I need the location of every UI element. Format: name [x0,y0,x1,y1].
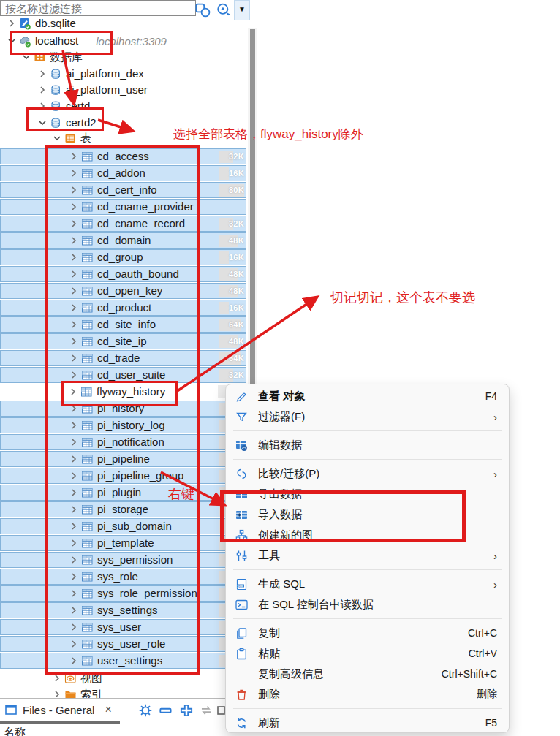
menu-edit-data[interactable]: <>编辑数据 [226,435,509,455]
chevron-collapsed-icon[interactable] [68,268,80,280]
chevron-collapsed-icon[interactable] [6,18,18,29]
chevron-collapsed-icon[interactable] [68,470,80,482]
menu-tools[interactable]: 工具› [226,545,509,566]
link-with-editor-icon[interactable] [198,702,214,718]
chevron-collapsed-icon[interactable] [68,201,80,213]
chevron-collapsed-icon[interactable] [37,68,48,80]
chevron-collapsed-icon[interactable] [68,487,80,498]
expand-all-icon[interactable] [178,702,194,718]
tree-row-cd_cname_record[interactable]: cd_cname_record32K [0,216,246,232]
tree-row-cd_trade[interactable]: cd_trade64K [0,350,246,366]
chevron-collapsed-icon[interactable] [51,672,63,684]
chevron-collapsed-icon[interactable] [68,520,80,532]
menu-copy-advanced[interactable]: 复制高级信息Ctrl+Shift+C [226,664,509,684]
menu-import-data[interactable]: 导入数据 [226,504,509,525]
chevron-collapsed-icon[interactable] [68,167,80,179]
tree-row-cd_open_key[interactable]: cd_open_key48K [0,283,246,299]
menu-generate-sql[interactable]: SQL生成 SQL› [226,574,509,594]
tree-row-pi_pipeline_group[interactable]: pi_pipeline_group [0,468,246,484]
tree-row-cd_cert_info[interactable]: cd_cert_info80K [0,182,246,198]
tree-row-cd_user_suite[interactable]: cd_user_suite32K [0,367,246,383]
chevron-collapsed-icon[interactable] [68,504,80,515]
tree-row-certd2[interactable]: certd2 [0,115,246,131]
partial-toolbar-icon[interactable] [216,702,225,718]
chevron-collapsed-icon[interactable] [68,184,80,196]
tree-row-sys_permission[interactable]: sys_permission [0,552,246,568]
link-object-icon[interactable] [194,1,212,19]
tree-row-sys_role[interactable]: sys_role [0,569,246,585]
menu-create-diagram[interactable]: 创建新的图 [226,525,509,545]
tree-row-sys_settings[interactable]: sys_settings [0,602,246,618]
tree-row-cd_domain[interactable]: cd_domain48K [0,232,246,249]
chevron-collapsed-icon[interactable] [68,571,80,583]
chevron-collapsed-icon[interactable] [68,218,80,229]
tree-row-pi_history[interactable]: pi_history [0,401,246,417]
tree-row-databases-folder[interactable]: 数据库 [0,49,246,65]
chevron-collapsed-icon[interactable] [68,554,80,566]
tree-row-localhost[interactable]: localhostlocalhost:3309 [0,33,246,49]
tree-row-cd_cname_provider[interactable]: cd_cname_provider [0,199,246,215]
tree-row-pi_template[interactable]: pi_template [0,535,246,551]
chevron-collapsed-icon[interactable] [68,621,80,633]
tree-row-user_settings[interactable]: user_settings [0,653,246,669]
connection-filter-input[interactable] [0,0,196,16]
chevron-collapsed-icon[interactable] [68,436,80,448]
collapse-all-icon[interactable] [158,702,174,718]
menu-export-data[interactable]: 导出数据 [226,484,509,504]
close-icon[interactable]: × [105,703,111,716]
tree-row-views-folder[interactable]: 视图 [0,670,246,686]
tree-row-certd[interactable]: certd [0,98,246,114]
tree-row-cd_site_info[interactable]: cd_site_info64K [0,316,246,333]
tree-row-cd_product[interactable]: cd_product16K [0,300,246,316]
chevron-expanded-icon[interactable] [37,117,48,129]
chevron-expanded-icon[interactable] [20,51,32,63]
tab-files-general[interactable]: Files - General × [4,703,112,716]
tree-row-flyway_history[interactable]: flyway_history [0,384,246,400]
tree-row-tables-folder[interactable]: 表 [0,130,246,146]
menu-filter[interactable]: 过滤器(F)› [226,406,509,427]
chevron-expanded-icon[interactable] [6,35,18,47]
chevron-collapsed-icon[interactable] [68,638,80,650]
chevron-collapsed-icon[interactable] [68,352,80,364]
menu-compare-migrate[interactable]: 比较/迁移(P)› [226,463,509,484]
chevron-collapsed-icon[interactable] [68,604,80,616]
tree-row-pi_history_log[interactable]: pi_history_log [0,417,246,433]
chevron-collapsed-icon[interactable] [68,655,80,667]
tree-row-cd_oauth_bound[interactable]: cd_oauth_bound48K [0,266,246,282]
tree-row-sys_user[interactable]: sys_user [0,619,246,635]
tree-row-ai_platform_dex[interactable]: ai_platform_dex [0,66,246,82]
dropdown-arrow-icon[interactable]: ▼ [234,0,250,20]
chevron-collapsed-icon[interactable] [68,453,80,465]
tree-row-cd_group[interactable]: cd_group16K [0,249,246,265]
tree-row-sys_role_permission[interactable]: sys_role_permission [0,585,246,602]
menu-copy[interactable]: 复制Ctrl+C [226,623,509,643]
chevron-collapsed-icon[interactable] [37,100,48,112]
tree-row-pi_pipeline[interactable]: pi_pipeline [0,451,246,467]
chevron-collapsed-icon[interactable] [68,537,80,549]
chevron-expanded-icon[interactable] [51,132,63,144]
menu-read-in-sql-console[interactable]: 在 SQL 控制台中读数据 [226,594,509,615]
menu-view-object[interactable]: 查看 对象F4 [226,386,509,406]
menu-paste[interactable]: 粘贴Ctrl+V [226,643,509,664]
tree-row-sys_user_role[interactable]: sys_user_role [0,636,246,652]
menu-refresh[interactable]: 刷新F5 [226,713,509,733]
tree-row-ai_platform_user[interactable]: ai_platform_user [0,82,246,98]
chevron-collapsed-icon[interactable] [37,84,48,96]
chevron-collapsed-icon[interactable] [68,319,80,330]
chevron-collapsed-icon[interactable] [68,235,80,246]
chevron-collapsed-icon[interactable] [68,285,80,297]
tree-row-pi_notification[interactable]: pi_notification [0,434,246,450]
chevron-collapsed-icon[interactable] [67,386,79,398]
tree-row-pi_sub_domain[interactable]: pi_sub_domain [0,518,246,534]
tree-row-cd_site_ip[interactable]: cd_site_ip48K [0,333,246,349]
chevron-collapsed-icon[interactable] [68,335,80,347]
chevron-collapsed-icon[interactable] [68,403,80,414]
chevron-collapsed-icon[interactable] [68,302,80,314]
chevron-collapsed-icon[interactable] [68,420,80,431]
chevron-collapsed-icon[interactable] [68,588,80,599]
tree-row-cd_addon[interactable]: cd_addon16K [0,165,246,181]
tree-row-pi_storage[interactable]: pi_storage [0,501,246,517]
chevron-collapsed-icon[interactable] [68,369,80,381]
menu-delete[interactable]: 删除删除 [226,684,509,705]
tree-row-cd_access[interactable]: cd_access32K [0,148,246,164]
